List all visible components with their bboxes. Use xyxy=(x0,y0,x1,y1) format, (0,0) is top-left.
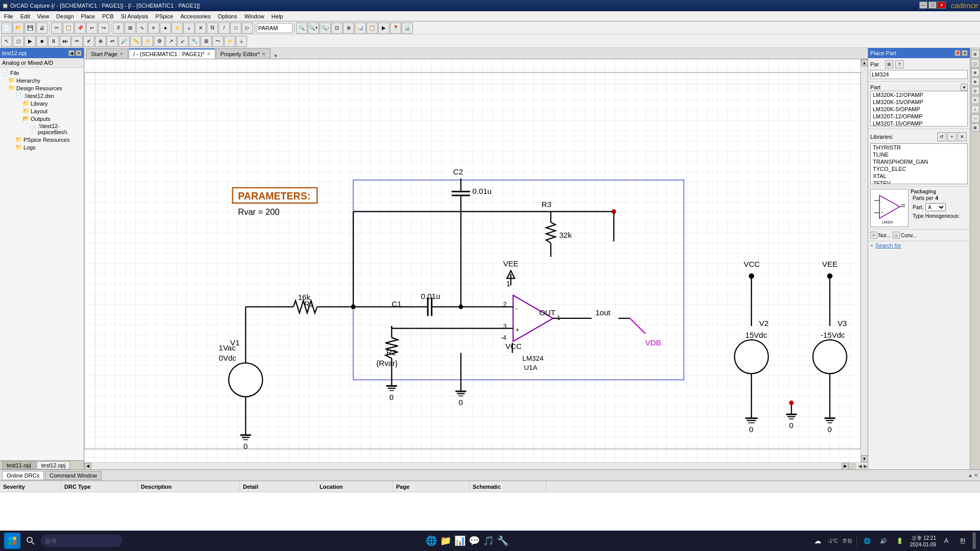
tree-item-file[interactable]: 📄 File xyxy=(1,69,83,77)
menu-accessories[interactable]: Accessories xyxy=(177,12,213,20)
paste-btn[interactable]: 📌 xyxy=(75,22,86,34)
taskbar-files[interactable]: 📁 xyxy=(439,535,452,547)
menu-view[interactable]: View xyxy=(34,12,53,20)
fr-icon-7[interactable]: ↕ xyxy=(971,105,979,113)
snap-btn[interactable]: ⊞ xyxy=(125,22,136,34)
bottom-close-btn[interactable]: ✕ xyxy=(974,472,978,478)
menu-place[interactable]: Place xyxy=(78,12,99,20)
tab-close-schematic[interactable]: ✕ xyxy=(207,52,211,57)
part-item-lm320k15[interactable]: LM320K-15/OPAMP xyxy=(871,98,967,106)
noconn-btn[interactable]: ✕ xyxy=(195,22,206,34)
fr-icon-1[interactable]: ⊞ xyxy=(971,50,979,58)
tree-item-layout[interactable]: 📁 Layout xyxy=(1,107,83,115)
part-item-lm320t15[interactable]: LM320T-15/OPAMP xyxy=(871,120,967,127)
search-for-label[interactable]: Search for xyxy=(875,242,901,248)
panel-arrow-btn[interactable]: ◀ xyxy=(68,50,75,56)
taskbar-app1[interactable]: 📊 xyxy=(454,535,466,547)
lib-transphorm[interactable]: TRANSPHORM_GAN xyxy=(871,158,967,165)
taskbar-weather[interactable]: ☁ xyxy=(812,535,824,547)
search-taskbar[interactable] xyxy=(24,535,37,547)
lib-zftev[interactable]: ZFTEV xyxy=(871,180,967,184)
lib-add-btn[interactable]: + xyxy=(947,132,957,141)
tree-item-outputs[interactable]: 📂 Outputs xyxy=(1,115,83,122)
start-button[interactable] xyxy=(4,533,20,549)
tab-schematic[interactable]: / - (SCHEMATIC1 : PAGE1)* ✕ xyxy=(129,48,215,59)
lib-xtal[interactable]: XTAL xyxy=(871,172,967,180)
taskbar-app4[interactable]: 🔧 xyxy=(497,535,509,547)
bus-btn[interactable]: ≡ xyxy=(148,22,159,34)
tree-item-library[interactable]: 📁 Library xyxy=(1,99,83,107)
tab-close-property[interactable]: ✕ xyxy=(262,52,266,57)
tree-item-dsn[interactable]: 📄 .\\test12.dsn xyxy=(1,92,83,99)
prop-btn[interactable]: 🔧 xyxy=(189,36,200,47)
taskbar-network[interactable]: 🌐 xyxy=(861,535,873,547)
power-btn[interactable]: ⚡ xyxy=(172,22,183,34)
h-scrollbar[interactable]: ◀ ▶ ◀ ▶ xyxy=(84,462,868,469)
fr-icon-2[interactable]: ◻ xyxy=(971,59,979,67)
scroll-up-btn[interactable]: ▲ xyxy=(861,59,868,66)
scroll-down-btn[interactable]: ▼ xyxy=(861,455,868,462)
grid-btn[interactable]: # xyxy=(113,22,124,34)
v-scrollbar[interactable]: ▲ ▼ xyxy=(861,59,868,462)
taskbar-volume[interactable]: 🔊 xyxy=(877,535,890,547)
gnd2-btn[interactable]: ⏚ xyxy=(236,36,247,47)
par-help-btn[interactable]: ? xyxy=(895,60,903,68)
menu-window[interactable]: Window xyxy=(241,12,267,20)
power2-btn[interactable]: ⚡ xyxy=(224,36,235,47)
zoom-fit-btn[interactable]: ⊡ xyxy=(331,22,342,34)
menu-design[interactable]: Design xyxy=(53,12,77,20)
taskbar-app2[interactable]: 💬 xyxy=(468,535,480,547)
part2-btn[interactable]: ◻ xyxy=(13,36,24,47)
meas-btn[interactable]: 📏 xyxy=(130,36,141,47)
lib-thyristr[interactable]: THYRISTR xyxy=(871,144,967,151)
search-input[interactable] xyxy=(870,70,968,79)
tree-item-pspice-resources[interactable]: 📁 PSpice Resources xyxy=(1,136,83,143)
lib-refresh-btn[interactable]: ↺ xyxy=(937,132,946,141)
part-letter-select[interactable]: ABCD xyxy=(925,203,946,211)
file-tab-test11[interactable]: test11.opj xyxy=(2,461,36,469)
wire-btn[interactable]: ∿ xyxy=(136,22,148,34)
junction-btn[interactable]: ● xyxy=(160,22,171,34)
part-btn[interactable]: □ xyxy=(230,22,241,34)
maximize-button[interactable]: □ xyxy=(928,2,937,9)
lib-tline[interactable]: TLINE xyxy=(871,151,967,158)
taskbar-browser[interactable]: 🌐 xyxy=(425,535,437,547)
menu-help[interactable]: Help xyxy=(268,12,286,20)
lib-tyco[interactable]: TYCO_ELEC xyxy=(871,165,967,172)
gnd-btn[interactable]: ⏚ xyxy=(183,22,194,34)
taskbar-lang-a[interactable]: A xyxy=(940,535,952,547)
sim-btn[interactable]: ⚙ xyxy=(154,36,165,47)
new-btn[interactable]: 📄 xyxy=(1,22,12,34)
file-tab-test12[interactable]: test12.opj xyxy=(37,461,70,469)
fr-icon-4[interactable]: ⊗ xyxy=(971,78,979,86)
annotate-btn[interactable]: ✏ xyxy=(71,36,83,47)
taskbar-app3[interactable]: 🎵 xyxy=(482,535,495,547)
taskbar-search-input[interactable] xyxy=(41,535,122,547)
save-btn[interactable]: 💾 xyxy=(24,22,36,34)
drc-btn[interactable]: ✔ xyxy=(83,36,94,47)
libraries-list[interactable]: THYRISTR TLINE TRANSPHORM_GAN TYCO_ELEC … xyxy=(870,143,968,184)
taskbar-show-desktop[interactable] xyxy=(973,533,976,549)
busentry-btn[interactable]: / xyxy=(218,22,230,34)
fr-icon-6[interactable]: ≡ xyxy=(971,96,979,104)
wave-btn[interactable]: 〜 xyxy=(212,36,224,47)
marker-btn[interactable]: 📍 xyxy=(390,22,401,34)
normal-view-btn[interactable]: ▷ Nor... xyxy=(870,232,891,239)
step-btn[interactable]: ⏭ xyxy=(60,36,71,47)
zoom-area-btn[interactable]: ⊕ xyxy=(343,22,354,34)
fuse-btn[interactable]: ⚡ xyxy=(142,36,153,47)
fr-icon-3[interactable]: ⊕ xyxy=(971,68,979,77)
menu-file[interactable]: File xyxy=(1,12,16,20)
search-btn[interactable]: 🔍 xyxy=(296,22,307,34)
tree-item-logs[interactable]: 📁 Logs xyxy=(1,143,83,151)
lib-remove-btn[interactable]: ✕ xyxy=(958,132,967,141)
scroll-left-btn[interactable]: ◀ xyxy=(84,463,91,470)
find-btn[interactable]: 🔎 xyxy=(118,36,130,47)
netlabel-btn[interactable]: N xyxy=(207,22,218,34)
schematic-area[interactable]: PARAMETERS: Rvar = 200 C2 0.01u xyxy=(84,59,861,462)
probe-btn[interactable]: 🔬 xyxy=(402,22,413,34)
tab-close-start[interactable]: ✕ xyxy=(119,52,124,57)
menu-pspice[interactable]: PSpice xyxy=(153,12,177,20)
run2-btn[interactable]: ▶ xyxy=(24,36,36,47)
export-btn[interactable]: ↗ xyxy=(165,36,177,47)
